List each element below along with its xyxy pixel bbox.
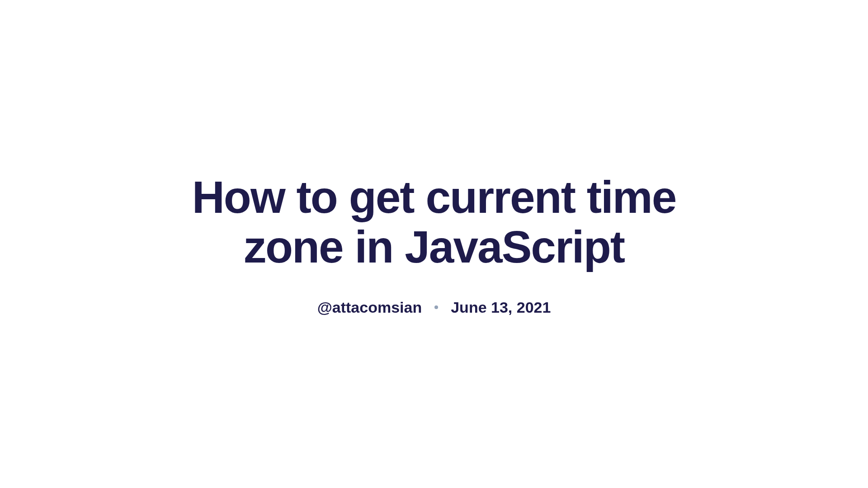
separator-dot xyxy=(434,305,438,309)
article-date: June 13, 2021 xyxy=(451,299,551,316)
article-author: @attacomsian xyxy=(317,299,422,316)
article-title: How to get current time zone in JavaScri… xyxy=(185,172,683,272)
article-meta: @attacomsian June 13, 2021 xyxy=(185,299,683,316)
article-header: How to get current time zone in JavaScri… xyxy=(185,172,683,316)
